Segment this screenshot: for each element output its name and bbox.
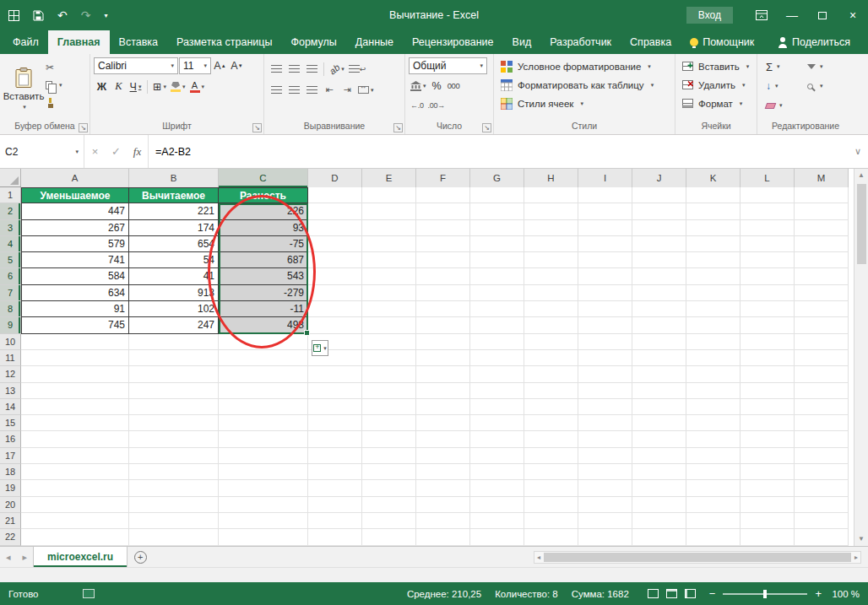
sort-filter-button[interactable]: ▾: [807, 59, 845, 74]
cell-B4[interactable]: 654: [129, 236, 219, 252]
cell-E21[interactable]: [362, 513, 416, 529]
enter-icon[interactable]: ✓: [106, 135, 127, 168]
cell-I15[interactable]: [578, 415, 632, 431]
cell-B1[interactable]: Вычитаемое: [129, 187, 219, 203]
cell-C21[interactable]: [219, 513, 308, 529]
row-header-17[interactable]: 17: [0, 448, 21, 464]
fill-handle[interactable]: [304, 330, 310, 336]
ribbon-tab-Разработчик[interactable]: Разработчик: [540, 30, 621, 54]
cell-H7[interactable]: [524, 285, 578, 301]
column-header-H[interactable]: H: [524, 169, 578, 187]
cell-F9[interactable]: [416, 317, 470, 333]
cell-B18[interactable]: [129, 464, 219, 480]
row-header-7[interactable]: 7: [0, 285, 21, 301]
formula-bar-expand-icon[interactable]: ∨: [848, 135, 868, 168]
sheet-nav-left-icon[interactable]: ◂: [0, 552, 17, 563]
column-header-K[interactable]: K: [686, 169, 741, 187]
cell-M6[interactable]: [795, 268, 849, 284]
number-format-select[interactable]: Общий▾: [409, 57, 487, 74]
cell-C9[interactable]: 498: [219, 317, 308, 333]
cell-D3[interactable]: [308, 220, 362, 236]
cell-G12[interactable]: [470, 366, 524, 382]
cell-L15[interactable]: [741, 415, 795, 431]
cell-C6[interactable]: 543: [219, 268, 308, 284]
cell-K19[interactable]: [686, 480, 741, 496]
cell-G9[interactable]: [470, 317, 524, 333]
cell-F11[interactable]: [416, 350, 470, 366]
cell-B2[interactable]: 221: [129, 203, 219, 219]
cell-G11[interactable]: [470, 350, 524, 366]
fill-color-button[interactable]: ▾: [169, 78, 187, 95]
comma-style-button[interactable]: 000: [446, 78, 462, 94]
cell-C22[interactable]: [219, 529, 308, 545]
cell-L3[interactable]: [741, 220, 795, 236]
column-header-L[interactable]: L: [741, 169, 795, 187]
cell-styles-button[interactable]: Стили ячеек▾: [496, 95, 673, 112]
cell-E3[interactable]: [362, 220, 416, 236]
row-header-4[interactable]: 4: [0, 236, 21, 252]
cell-K4[interactable]: [686, 236, 741, 252]
cell-I18[interactable]: [578, 464, 632, 480]
ribbon-tab-Помощник[interactable]: Помощник: [681, 30, 763, 54]
cell-J16[interactable]: [632, 431, 686, 447]
cell-J7[interactable]: [632, 285, 686, 301]
scroll-down-icon[interactable]: ▼: [858, 532, 865, 546]
cell-H22[interactable]: [524, 529, 578, 545]
font-color-button[interactable]: А▾: [188, 78, 207, 95]
scroll-right-icon[interactable]: ▸: [852, 554, 860, 561]
cell-E16[interactable]: [362, 431, 416, 447]
cell-C4[interactable]: -75: [219, 236, 308, 252]
ribbon-tab-Разметка страницы[interactable]: Разметка страницы: [167, 30, 281, 54]
cell-A10[interactable]: [21, 334, 129, 350]
cell-C18[interactable]: [219, 464, 308, 480]
cell-E1[interactable]: [362, 187, 416, 203]
cell-J17[interactable]: [632, 448, 686, 464]
cell-L12[interactable]: [741, 366, 795, 382]
cell-L2[interactable]: [741, 203, 795, 219]
cell-C13[interactable]: [219, 383, 308, 399]
cell-C20[interactable]: [219, 497, 308, 513]
cell-E10[interactable]: [362, 334, 416, 350]
ribbon-tab-Формулы[interactable]: Формулы: [281, 30, 345, 54]
clipboard-dialog-launcher-icon[interactable]: ↘: [79, 123, 88, 132]
cell-A11[interactable]: [21, 350, 129, 366]
cell-E14[interactable]: [362, 399, 416, 415]
cell-C11[interactable]: [219, 350, 308, 366]
cell-K3[interactable]: [686, 220, 741, 236]
cell-A17[interactable]: [21, 448, 129, 464]
format-cells-button[interactable]: Формат▾: [677, 95, 755, 112]
cell-K5[interactable]: [686, 252, 741, 268]
cell-F19[interactable]: [416, 480, 470, 496]
cell-H15[interactable]: [524, 415, 578, 431]
cell-J9[interactable]: [632, 317, 686, 333]
cell-E7[interactable]: [362, 285, 416, 301]
cell-B10[interactable]: [129, 334, 219, 350]
cell-A5[interactable]: 741: [21, 252, 129, 268]
cell-A4[interactable]: 579: [21, 236, 129, 252]
cell-C3[interactable]: 93: [219, 220, 308, 236]
cell-K7[interactable]: [686, 285, 741, 301]
column-header-I[interactable]: I: [578, 169, 632, 187]
number-dialog-launcher-icon[interactable]: ↘: [482, 123, 491, 132]
cell-I4[interactable]: [578, 236, 632, 252]
cell-A2[interactable]: 447: [21, 203, 129, 219]
cell-L8[interactable]: [741, 301, 795, 317]
cell-M5[interactable]: [795, 252, 849, 268]
cell-G4[interactable]: [470, 236, 524, 252]
scroll-left-icon[interactable]: ◂: [534, 554, 543, 561]
cell-J19[interactable]: [632, 480, 686, 496]
ribbon-tab-Справка[interactable]: Справка: [621, 30, 681, 54]
cell-H8[interactable]: [524, 301, 578, 317]
cell-J14[interactable]: [632, 399, 686, 415]
scroll-up-icon[interactable]: ▲: [858, 169, 865, 182]
cell-L21[interactable]: [741, 513, 795, 529]
cell-B17[interactable]: [129, 448, 219, 464]
row-header-16[interactable]: 16: [0, 431, 21, 447]
cell-I8[interactable]: [578, 301, 632, 317]
cell-G19[interactable]: [470, 480, 524, 496]
row-header-12[interactable]: 12: [0, 366, 21, 382]
cell-M4[interactable]: [795, 236, 849, 252]
cell-M9[interactable]: [795, 317, 849, 333]
cell-G16[interactable]: [470, 431, 524, 447]
paste-button[interactable]: Вставить ▾: [3, 57, 44, 120]
